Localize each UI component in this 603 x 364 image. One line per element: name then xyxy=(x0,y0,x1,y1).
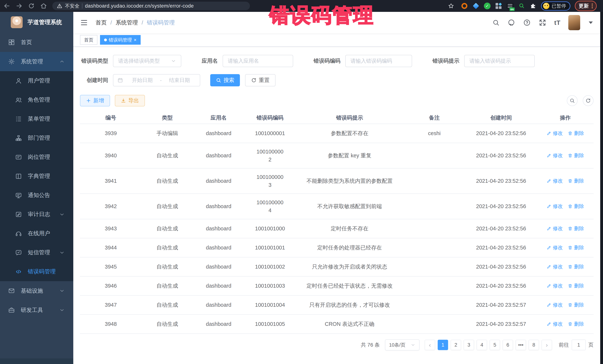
chevron-down-icon xyxy=(59,212,65,217)
sidebar-item-系统管理[interactable]: 系统管理 xyxy=(0,52,73,71)
browser-back-icon[interactable] xyxy=(1,0,12,11)
sidebar-item-基础设施[interactable]: 基础设施 xyxy=(0,281,73,300)
sidebar-item-首页[interactable]: 首页 xyxy=(0,33,73,52)
edit-link[interactable]: 修改 xyxy=(547,321,563,327)
sidebar-item-错误码管理[interactable]: 错误码管理 xyxy=(0,262,73,281)
page-button-3[interactable]: 3 xyxy=(464,340,474,350)
delete-link[interactable]: 删除 xyxy=(568,203,584,210)
pagination: 共 76 条 10条/页 ‹ 123456•••8 › 前往 1 页 xyxy=(80,339,593,351)
edit-link[interactable]: 修改 xyxy=(547,302,563,308)
edit-link[interactable]: 修改 xyxy=(547,263,563,270)
sidebar-item-审计日志[interactable]: 审计日志 xyxy=(0,205,73,224)
page-button-8[interactable]: 8 xyxy=(529,340,539,350)
sidebar-item-研发工具[interactable]: 研发工具 xyxy=(0,300,73,320)
next-page-button[interactable]: › xyxy=(542,340,552,350)
search-button[interactable]: 搜索 xyxy=(210,74,240,86)
header-search-icon[interactable] xyxy=(492,19,500,26)
github-icon[interactable] xyxy=(508,19,515,26)
page-button-2[interactable]: 2 xyxy=(451,340,461,350)
sidebar-item-菜单管理[interactable]: 菜单管理 xyxy=(0,109,73,128)
goto-suffix: 页 xyxy=(588,342,593,348)
sidebar-item-通知公告[interactable]: 通知公告 xyxy=(0,186,73,205)
column-header-类型: 类型 xyxy=(141,112,193,124)
goto-page-input[interactable]: 1 xyxy=(572,340,586,350)
export-button[interactable]: 导出 xyxy=(115,95,145,106)
filter-type-select[interactable]: 请选择错误码类型 xyxy=(113,55,181,67)
start-date-placeholder[interactable]: 开始日期 xyxy=(126,77,158,84)
paused-extension-badge[interactable]: 已暂停 xyxy=(541,1,570,11)
tab-home[interactable]: 首页 xyxy=(80,35,97,45)
extension-green-search-icon[interactable] xyxy=(518,2,525,10)
page-button-6[interactable]: 6 xyxy=(503,340,513,350)
column-header-创建时间: 创建时间 xyxy=(465,112,537,124)
refresh-table-icon[interactable] xyxy=(583,95,593,106)
extensions-puzzle-icon[interactable] xyxy=(530,2,537,10)
sidebar-item-用户管理[interactable]: 用户管理 xyxy=(0,71,73,90)
font-size-icon[interactable]: tT xyxy=(554,19,560,26)
delete-link[interactable]: 删除 xyxy=(568,321,584,327)
delete-link[interactable]: 删除 xyxy=(568,152,584,159)
user-icon xyxy=(14,77,23,84)
page-size-select[interactable]: 10条/页 xyxy=(385,339,419,351)
delete-link[interactable]: 删除 xyxy=(568,282,584,289)
edit-link[interactable]: 修改 xyxy=(547,225,563,232)
sidebar-collapse-bar[interactable] xyxy=(0,358,73,364)
breadcrumb-home[interactable]: 首页 xyxy=(95,19,107,26)
extension-grid-icon[interactable] xyxy=(495,2,502,10)
edit-link[interactable]: 修改 xyxy=(547,152,563,159)
show-search-toggle-icon[interactable] xyxy=(567,95,578,106)
filter-msg-input[interactable]: 请输入错误码提示 xyxy=(464,55,535,67)
sidebar-item-在线用户[interactable]: 在线用户 xyxy=(0,224,73,243)
prev-page-button[interactable]: ‹ xyxy=(425,340,435,350)
breadcrumb-system[interactable]: 系统管理 xyxy=(116,19,138,26)
sidebar-item-角色管理[interactable]: 角色管理 xyxy=(0,90,73,109)
bookmark-star-icon[interactable] xyxy=(446,0,456,11)
extension-green-check-icon[interactable]: ✓ xyxy=(484,3,491,9)
window-scrollbar[interactable] xyxy=(600,12,603,364)
user-avatar[interactable] xyxy=(568,15,580,30)
edit-link[interactable]: 修改 xyxy=(547,282,563,289)
edit-link[interactable]: 修改 xyxy=(547,203,563,210)
logo-row[interactable]: 芋道管理系统 xyxy=(0,12,73,33)
more-pages-button[interactable]: ••• xyxy=(516,340,526,350)
browser-reload-icon[interactable] xyxy=(26,0,37,11)
end-date-placeholder[interactable]: 结束日期 xyxy=(163,77,196,84)
kebab-menu-icon[interactable] xyxy=(592,3,593,8)
fullscreen-icon[interactable] xyxy=(539,19,546,26)
reset-button[interactable]: 重置 xyxy=(245,74,276,86)
page-button-4[interactable]: 4 xyxy=(477,340,487,350)
sidebar-item-岗位管理[interactable]: 岗位管理 xyxy=(0,147,73,167)
delete-link[interactable]: 删除 xyxy=(568,177,584,184)
browser-home-icon[interactable] xyxy=(38,0,49,11)
extension-gem-icon[interactable] xyxy=(472,2,479,10)
extension-list-icon[interactable]: on xyxy=(507,2,514,10)
browser-forward-icon[interactable] xyxy=(14,0,24,11)
address-bar[interactable]: 不安全 dashboard.yudao.iocoder.cn/system/er… xyxy=(52,2,250,10)
table-header-row: 编号类型应用名错误码编码错误码提示备注创建时间操作 xyxy=(80,112,593,124)
extension-orange-icon[interactable] xyxy=(461,2,468,10)
page-button-5[interactable]: 5 xyxy=(490,340,500,350)
table-row: 3944自动生成dashboard1001001001定时任务的处理器已经存在2… xyxy=(80,238,593,257)
sidebar-item-短信管理[interactable]: 短信管理 xyxy=(0,243,73,262)
caret-down-icon[interactable] xyxy=(589,22,593,24)
tab-error-code[interactable]: 错误码管理 × xyxy=(100,35,141,45)
edit-link[interactable]: 修改 xyxy=(547,177,563,184)
edit-link[interactable]: 修改 xyxy=(547,130,563,137)
edit-link[interactable]: 修改 xyxy=(547,244,563,251)
date-range-picker[interactable]: 开始日期 - 结束日期 xyxy=(113,74,200,86)
sidebar-item-字典管理[interactable]: 字典管理 xyxy=(0,167,73,186)
filter-app-input[interactable]: 请输入应用名 xyxy=(223,55,293,67)
page-button-1[interactable]: 1 xyxy=(438,340,448,350)
help-icon[interactable] xyxy=(523,19,531,26)
add-button[interactable]: 新增 xyxy=(80,95,110,106)
sidebar-item-部门管理[interactable]: 部门管理 xyxy=(0,128,73,147)
delete-link[interactable]: 删除 xyxy=(568,244,584,251)
delete-link[interactable]: 删除 xyxy=(568,225,584,232)
filter-code-input[interactable]: 请输入错误码编码 xyxy=(345,55,412,67)
delete-link[interactable]: 删除 xyxy=(568,302,584,308)
delete-link[interactable]: 删除 xyxy=(568,263,584,270)
hamburger-icon[interactable] xyxy=(80,19,88,27)
browser-update-button[interactable]: 更新 xyxy=(575,1,597,11)
tab-close-icon[interactable]: × xyxy=(134,38,137,42)
delete-link[interactable]: 删除 xyxy=(568,130,584,137)
